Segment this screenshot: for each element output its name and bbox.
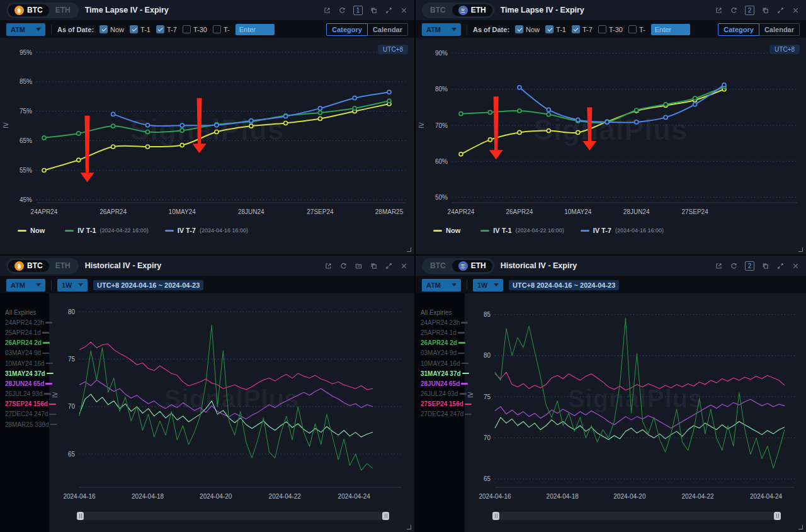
- slider-track[interactable]: [77, 512, 389, 520]
- resize-handle-icon[interactable]: [407, 247, 411, 252]
- checkbox-now[interactable]: Now: [99, 25, 124, 33]
- legend-item[interactable]: Now: [433, 227, 464, 234]
- time-range-slider[interactable]: [49, 504, 414, 532]
- slider-handle-left[interactable]: [77, 512, 84, 520]
- expiry-item[interactable]: 10MAY24 16d: [4, 358, 46, 368]
- calendar-button[interactable]: Calendar: [759, 23, 800, 36]
- close-icon[interactable]: [400, 262, 408, 270]
- legend-item[interactable]: Now: [18, 227, 48, 234]
- expiry-item[interactable]: 28JUN24 65d: [420, 378, 462, 388]
- duplicate-icon[interactable]: [761, 262, 769, 270]
- expiry-item[interactable]: 10MAY24 16d: [420, 358, 462, 368]
- expiry-item[interactable]: 03MAY24 9d: [420, 348, 462, 358]
- checkbox-t7[interactable]: T-7: [572, 25, 593, 33]
- t-custom-input[interactable]: [651, 24, 690, 35]
- external-link-icon[interactable]: [324, 262, 332, 270]
- expand-icon[interactable]: [385, 6, 393, 14]
- expiry-item[interactable]: 27DEC24 247d: [420, 409, 462, 419]
- legend-item[interactable]: IV T-1(2024-04-22 16:00): [480, 227, 564, 234]
- tab-btc[interactable]: ฿ BTC: [8, 260, 49, 272]
- window-count-badge[interactable]: 2: [745, 261, 754, 271]
- strike-select[interactable]: ATM: [6, 23, 45, 36]
- close-icon[interactable]: [400, 6, 408, 14]
- checkbox-t-custom[interactable]: T-: [213, 25, 230, 33]
- refresh-icon[interactable]: [730, 262, 738, 270]
- period-select[interactable]: 1W: [473, 279, 503, 291]
- checkbox-t7[interactable]: T-7: [156, 25, 177, 33]
- duplicate-icon[interactable]: [370, 6, 378, 14]
- tab-btc[interactable]: BTC: [424, 260, 452, 272]
- expiry-item[interactable]: 27SEP24 156d: [4, 399, 46, 409]
- expiry-item[interactable]: 27DEC24 247d: [4, 409, 46, 419]
- time-range-slider[interactable]: [465, 504, 806, 532]
- strike-select[interactable]: ATM: [6, 279, 45, 291]
- slider-handle-left[interactable]: [492, 512, 499, 520]
- tab-eth[interactable]: ETH: [49, 4, 77, 16]
- expiry-item-all[interactable]: All Expiries: [4, 307, 46, 317]
- iv-historical-chart[interactable]: 85807570652024-04-162024-04-182024-04-20…: [465, 293, 805, 504]
- tab-eth[interactable]: ETH: [49, 260, 77, 272]
- tab-eth[interactable]: Ξ ETH: [452, 260, 492, 272]
- checkbox-t-custom[interactable]: T-: [628, 25, 645, 33]
- external-link-icon[interactable]: [715, 6, 723, 14]
- expiry-item[interactable]: 26APR24 2d: [420, 338, 462, 348]
- expand-icon[interactable]: [776, 262, 785, 270]
- expiry-item[interactable]: 31MAY24 37d: [4, 368, 46, 378]
- duplicate-icon[interactable]: [370, 262, 378, 270]
- expiry-item[interactable]: 03MAY24 9d: [4, 348, 46, 358]
- date-range[interactable]: UTC+8 2024-04-16 ~ 2024-04-23: [93, 280, 203, 290]
- strike-select[interactable]: ATM: [422, 23, 461, 36]
- tab-eth[interactable]: Ξ ETH: [452, 4, 492, 16]
- legend-item[interactable]: IV T-1(2024-04-22 16:00): [65, 227, 148, 234]
- expiry-item[interactable]: 31MAY24 37d: [420, 368, 462, 378]
- category-button[interactable]: Category: [326, 23, 368, 36]
- refresh-icon[interactable]: [339, 262, 348, 270]
- expiry-item[interactable]: 26JUL24 93d: [420, 389, 462, 399]
- close-icon[interactable]: [792, 262, 800, 270]
- resize-handle-icon[interactable]: [798, 247, 803, 252]
- expiry-item[interactable]: 27SEP24 156d: [420, 399, 462, 409]
- checkbox-t30[interactable]: T-30: [598, 25, 623, 33]
- duplicate-icon[interactable]: [761, 6, 769, 14]
- close-icon[interactable]: [792, 6, 800, 14]
- slider-handle-right[interactable]: [382, 512, 389, 520]
- resize-handle-icon[interactable]: [798, 525, 803, 529]
- expiry-item[interactable]: 24APR24 23h: [4, 317, 46, 327]
- refresh-icon[interactable]: [730, 6, 738, 14]
- t-custom-input[interactable]: [236, 24, 275, 35]
- iv-timelapse-chart[interactable]: 90%80%70%60%50%24APR2426APR2410MAY2428JU…: [416, 38, 805, 222]
- tab-btc[interactable]: ฿ BTC: [8, 4, 49, 16]
- date-range[interactable]: UTC+8 2024-04-16 ~ 2024-04-23: [509, 280, 619, 290]
- checkbox-t1[interactable]: T-1: [545, 25, 566, 33]
- resize-handle-icon[interactable]: [407, 525, 411, 529]
- calendar-button[interactable]: Calendar: [368, 23, 408, 36]
- period-select[interactable]: 1W: [57, 279, 88, 291]
- expiry-item-all[interactable]: All Expiries: [420, 307, 462, 317]
- window-count-badge[interactable]: 2: [745, 6, 754, 15]
- expiry-item[interactable]: 25APR24 1d: [420, 327, 462, 337]
- expiry-item[interactable]: 26APR24 2d: [4, 338, 46, 348]
- expiry-item[interactable]: 24APR24 23h: [420, 317, 462, 327]
- tab-btc[interactable]: BTC: [424, 4, 452, 16]
- window-count-badge[interactable]: 1: [353, 6, 363, 15]
- external-link-icon[interactable]: [715, 262, 723, 270]
- expand-icon[interactable]: [776, 6, 785, 14]
- legend-item[interactable]: IV T-7(2024-04-16 16:00): [165, 227, 248, 234]
- checkbox-now[interactable]: Now: [515, 25, 540, 33]
- legend-item[interactable]: IV T-7(2024-04-16 16:00): [581, 227, 664, 234]
- checkbox-t30[interactable]: T-30: [183, 25, 207, 33]
- strike-select[interactable]: ATM: [422, 279, 461, 291]
- category-button[interactable]: Category: [718, 23, 759, 36]
- expand-icon[interactable]: [385, 262, 393, 270]
- slider-handle-right[interactable]: [774, 512, 781, 520]
- external-link-icon[interactable]: [323, 6, 331, 14]
- iv-timelapse-chart[interactable]: 95%85%75%65%55%45%24APR2426APR2410MAY242…: [0, 38, 413, 222]
- folder-icon[interactable]: [355, 262, 363, 270]
- iv-historical-chart[interactable]: 807570652024-04-162024-04-182024-04-2020…: [49, 293, 413, 504]
- expiry-item[interactable]: 28JUN24 65d: [4, 378, 46, 388]
- refresh-icon[interactable]: [338, 6, 346, 14]
- checkbox-t1[interactable]: T-1: [130, 25, 150, 33]
- expiry-item[interactable]: 25APR24 1d: [4, 327, 46, 337]
- expiry-item[interactable]: 26JUL24 93d: [4, 389, 46, 399]
- expiry-item[interactable]: 28MAR25 338d: [4, 419, 46, 429]
